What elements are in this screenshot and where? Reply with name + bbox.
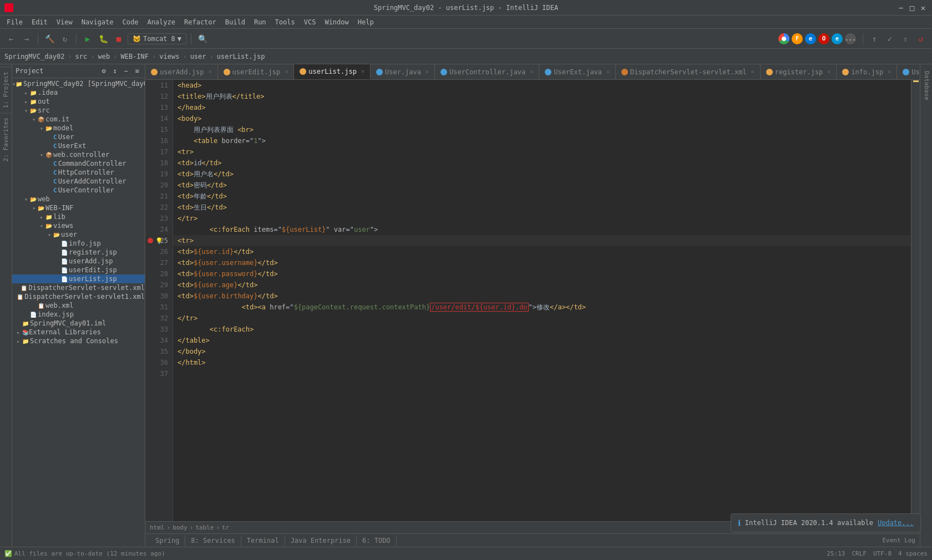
menu-item-run[interactable]: Run	[250, 17, 271, 27]
bottom-tab-8:-services[interactable]: 8: Services	[185, 536, 241, 546]
undo-button[interactable]: ↺	[914, 32, 928, 45]
menu-item-navigate[interactable]: Navigate	[77, 17, 118, 27]
chrome-browser-icon[interactable]	[778, 33, 789, 44]
path-item-4[interactable]: views	[157, 52, 181, 62]
tree-item-info.jsp[interactable]: 📄info.jsp	[12, 239, 145, 248]
tree-item-usercontroller[interactable]: C UserController	[12, 186, 145, 195]
tree-item-web.controller[interactable]: ▾📦web.controller	[12, 150, 145, 159]
line-ending[interactable]: CRLF	[852, 550, 867, 557]
tree-item-web[interactable]: ▾📂web	[12, 195, 145, 203]
project-panel-tab[interactable]: 1: Project	[0, 67, 12, 113]
forward-button[interactable]: →	[20, 32, 33, 45]
ie-browser-icon[interactable]: e	[805, 33, 816, 44]
tree-item-register.jsp[interactable]: 📄register.jsp	[12, 248, 145, 257]
back-button[interactable]: ←	[4, 32, 18, 45]
stop-button[interactable]: ■	[112, 32, 125, 45]
sidebar-expand-icon[interactable]: ↕	[110, 67, 119, 75]
tab-close-icon[interactable]: ×	[888, 69, 891, 75]
menu-item-code[interactable]: Code	[118, 17, 143, 27]
bottom-tab-spring[interactable]: Spring	[150, 536, 185, 546]
code-area[interactable]: <head> <title>用户列表</title> </head> <body…	[173, 80, 911, 521]
tree-item-lib[interactable]: ▸📁lib	[12, 212, 145, 221]
path-item-2[interactable]: web	[96, 52, 113, 62]
sidebar-gear-icon[interactable]: ⚙	[99, 67, 108, 75]
menu-item-build[interactable]: Build	[221, 17, 250, 27]
vcs-commit-button[interactable]: ✓	[883, 32, 896, 45]
opera-browser-icon[interactable]: O	[818, 33, 829, 44]
tree-item-userext[interactable]: C UserExt	[12, 141, 145, 150]
path-item-6[interactable]: userList.jsp	[215, 52, 267, 62]
tab-close-icon[interactable]: ×	[530, 69, 533, 75]
tree-item-user[interactable]: C User	[12, 133, 145, 141]
sync-button[interactable]: ↻	[58, 32, 72, 45]
bottom-tab-java-enterprise[interactable]: Java Enterprise	[285, 536, 357, 546]
tab-close-icon[interactable]: ×	[827, 69, 830, 75]
tree-item-useradd.jsp[interactable]: 📄userAdd.jsp	[12, 257, 145, 266]
path-item-1[interactable]: src	[73, 52, 90, 62]
tree-item-.idea[interactable]: ▸📁.idea	[12, 88, 145, 97]
tree-item-out[interactable]: ▸📁out	[12, 97, 145, 106]
tree-item-useraddcontroller[interactable]: C UserAddController	[12, 177, 145, 186]
editor-tab-userList-jsp[interactable]: userList.jsp×	[294, 64, 371, 79]
sidebar-close-icon[interactable]: −	[121, 67, 130, 75]
tree-item-springmvc_day02-[springmvc_day0[interactable]: ▾📁SpringMVC_day02 [SpringMVC_day0	[12, 79, 145, 88]
tab-close-icon[interactable]: ×	[751, 69, 754, 75]
tree-item-src[interactable]: ▾📂src	[12, 106, 145, 115]
firefox-browser-icon[interactable]: F	[792, 33, 803, 44]
tree-item-dispatcherservlet-servlet.xml[interactable]: 📋DispatcherServlet-servlet.xml	[12, 283, 145, 292]
tree-item-com.it[interactable]: ▾📦com.it	[12, 115, 145, 124]
menu-item-refactor[interactable]: Refactor	[180, 17, 221, 27]
editor-tab-userEdit-jsp[interactable]: userEdit.jsp×	[218, 64, 295, 79]
event-log-link[interactable]: Event Log	[882, 537, 915, 544]
tree-item-web-inf[interactable]: ▾📂WEB-INF	[12, 203, 145, 212]
custom-browser-icon[interactable]: ...	[845, 33, 856, 44]
bottom-tab-terminal[interactable]: Terminal	[241, 536, 285, 546]
editor-tab-userAdd-jsp[interactable]: userAdd.jsp×	[145, 64, 218, 79]
tab-close-icon[interactable]: ×	[606, 69, 610, 75]
path-item-3[interactable]: WEB-INF	[118, 52, 151, 62]
editor-tab-UserAddController-java[interactable]: UserAddController.java×	[897, 64, 920, 79]
tab-close-icon[interactable]: ×	[361, 68, 364, 74]
build-button[interactable]: 🔨	[43, 32, 56, 45]
close-button[interactable]: ✕	[919, 3, 928, 12]
tab-close-icon[interactable]: ×	[208, 69, 211, 75]
tab-close-icon[interactable]: ×	[426, 69, 429, 75]
editor-tab-UserController-java[interactable]: UserController.java×	[435, 64, 539, 79]
menu-item-help[interactable]: Help	[353, 17, 378, 27]
editor-tab-info-jsp[interactable]: info.jsp×	[837, 64, 897, 79]
debug-button[interactable]: 🐛	[97, 32, 110, 45]
menu-item-vcs[interactable]: VCS	[300, 17, 321, 27]
path-item-0[interactable]: SpringMVC_day02	[2, 52, 67, 62]
minimize-button[interactable]: −	[896, 3, 905, 12]
notification-update-link[interactable]: Update...	[878, 519, 914, 527]
menu-item-edit[interactable]: Edit	[27, 17, 52, 27]
editor-tab-DispatcherServlet-servlet-xml[interactable]: DispatcherServlet-servlet.xml×	[616, 64, 761, 79]
tree-item-dispatcherservlet-servlet1.xml[interactable]: 📋DispatcherServlet-servlet1.xml	[12, 292, 145, 301]
tree-item-external-libraries[interactable]: ▸📚 External Libraries	[12, 328, 145, 337]
breadcrumb-item-tr[interactable]: tr	[222, 524, 229, 531]
menu-item-file[interactable]: File	[2, 17, 27, 27]
tree-item-views[interactable]: ▾📂views	[12, 221, 145, 230]
editor-tab-UserExt-java[interactable]: UserExt.java×	[539, 64, 616, 79]
menu-item-analyze[interactable]: Analyze	[143, 17, 180, 27]
tree-item-userlist.jsp[interactable]: 📄userList.jsp	[12, 274, 145, 283]
breadcrumb-item-html[interactable]: html	[150, 524, 165, 531]
breakpoint-icon[interactable]	[148, 238, 153, 243]
database-panel-tab[interactable]: Database	[920, 67, 933, 105]
menu-item-tools[interactable]: Tools	[271, 17, 300, 27]
tree-item-web.xml[interactable]: 📋web.xml	[12, 301, 145, 310]
tree-item-model[interactable]: ▾📂model	[12, 124, 145, 133]
run-button[interactable]: ▶	[81, 32, 94, 45]
edge-browser-icon[interactable]: e	[832, 33, 843, 44]
breadcrumb-item-body[interactable]: body	[173, 524, 188, 531]
cursor-position[interactable]: 25:13	[827, 550, 845, 557]
vcs-update-button[interactable]: ↑	[868, 32, 881, 45]
menu-item-view[interactable]: View	[52, 17, 77, 27]
tree-item-useredit.jsp[interactable]: 📄userEdit.jsp	[12, 266, 145, 274]
editor-scrollbar[interactable]	[911, 80, 920, 521]
file-encoding[interactable]: UTF-8	[873, 550, 892, 557]
menu-item-window[interactable]: Window	[320, 17, 353, 27]
path-item-5[interactable]: user	[188, 52, 209, 62]
search-button[interactable]: 🔍	[196, 32, 209, 45]
tree-item-scratches-and-consoles[interactable]: ▸📁Scratches and Consoles	[12, 337, 145, 345]
